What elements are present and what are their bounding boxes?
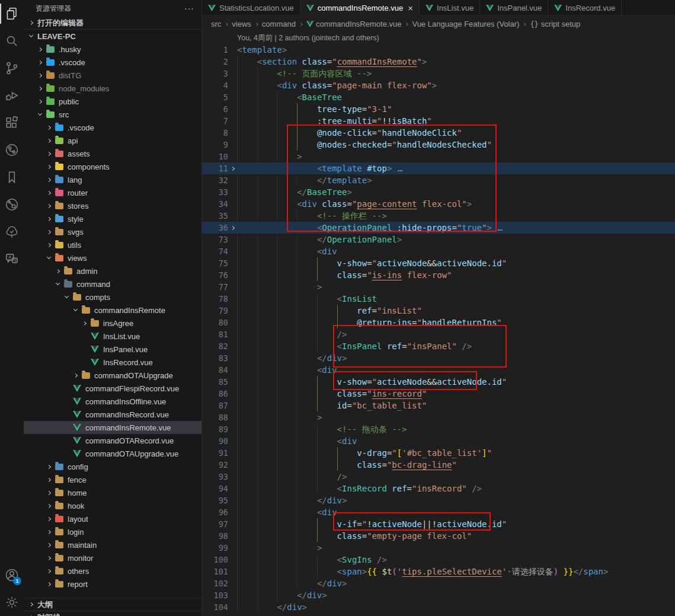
tree-item-layout[interactable]: layout: [24, 512, 201, 525]
code-line-4[interactable]: 4<div class="page-main flex-row">: [202, 79, 675, 91]
code-line-77[interactable]: 77>: [202, 281, 675, 293]
tree-item-commandInsRemote.vue[interactable]: commandInsRemote.vue: [24, 421, 201, 434]
open-editors-section[interactable]: 打开的编辑器: [24, 17, 201, 30]
tree-item-assets[interactable]: assets: [24, 147, 201, 160]
tree-item-report[interactable]: report: [24, 577, 201, 591]
tree-item-hook[interactable]: hook: [24, 499, 201, 512]
breadcrumb-item[interactable]: {}script setup: [530, 20, 580, 28]
tree-item-commandOTAUpgrade[interactable]: commandOTAUpgrade: [24, 369, 201, 382]
testing-icon[interactable]: [0, 218, 24, 245]
code-line-95[interactable]: 95</div>: [202, 494, 675, 506]
search-icon[interactable]: [0, 27, 24, 55]
workspace-root[interactable]: LEAVE-PC: [24, 30, 201, 43]
run-debug-icon[interactable]: [0, 82, 24, 109]
breadcrumb-item[interactable]: views: [232, 20, 251, 28]
code-line-102[interactable]: 102</div>: [202, 577, 675, 589]
tree-item-svgs[interactable]: svgs: [24, 225, 201, 238]
code-line-10[interactable]: 10>: [202, 151, 675, 162]
code-line-1[interactable]: 1<template>: [202, 44, 675, 56]
code-line-2[interactable]: 2<section class="commandInsRemote">: [202, 56, 675, 68]
tree-item-router[interactable]: router: [24, 186, 201, 199]
bookmarks-icon[interactable]: [0, 164, 24, 191]
tree-item-admin[interactable]: admin: [24, 264, 201, 277]
tree-item-node_modules[interactable]: node_modules: [24, 82, 201, 95]
code-line-103[interactable]: 103</div>: [202, 589, 675, 601]
tree-item-maintain[interactable]: maintain: [24, 538, 201, 551]
code-line-74[interactable]: 74<div: [202, 245, 675, 257]
code-line-35[interactable]: 35<!-- 操作栏 -->: [202, 210, 675, 222]
tree-item-commandInsOffline.vue[interactable]: commandInsOffline.vue: [24, 395, 201, 408]
tree-item-compts[interactable]: compts: [24, 291, 201, 304]
code-line-97[interactable]: 97v-if="!activeNode||!activeNode.id": [202, 518, 675, 530]
code-line-6[interactable]: 6tree-type="3-1": [202, 103, 675, 115]
code-line-36[interactable]: 36<OperationPanel :hide-props="true"> …: [202, 222, 675, 234]
tree-item-commandInsRemote[interactable]: commandInsRemote: [24, 304, 201, 317]
tree-item-src[interactable]: src: [24, 108, 201, 121]
tab-commandInsRemote.vue[interactable]: commandInsRemote.vue×: [300, 0, 420, 16]
breadcrumb-item[interactable]: commandInsRemote.vue: [306, 20, 402, 28]
code-line-94[interactable]: 94<InsRecord ref="insRecord" />: [202, 483, 675, 494]
code-line-88[interactable]: 88>: [202, 411, 675, 423]
code-line-79[interactable]: 79ref="insList": [202, 305, 675, 317]
extensions-icon[interactable]: [0, 109, 24, 136]
code-line-8[interactable]: 8@node-click="handleNodeClick": [202, 127, 675, 139]
tree-item-commandOTAUpgrade.vue[interactable]: commandOTAUpgrade.vue: [24, 447, 201, 460]
code-line-34[interactable]: 34<div class="page-content flex-col">: [202, 198, 675, 210]
tree-item-home[interactable]: home: [24, 486, 201, 499]
breadcrumb-item[interactable]: command: [262, 20, 296, 28]
code-line-85[interactable]: 85v-show="activeNode&&activeNode.id": [202, 376, 675, 388]
breadcrumb-item[interactable]: Vue Language Features (Volar): [412, 20, 519, 28]
code-line-83[interactable]: 83</div>: [202, 352, 675, 364]
settings-gear-icon[interactable]: [0, 589, 24, 616]
tab-InsRecord.vue[interactable]: InsRecord.vue: [548, 0, 622, 16]
code-line-101[interactable]: 101<span>{{ $t('tips.pleSelectDevice'·请选…: [202, 566, 675, 577]
code-line-78[interactable]: 78<InsList: [202, 293, 675, 305]
tab-StatisticsLocation.vue[interactable]: StatisticsLocation.vue: [202, 0, 300, 16]
code-line-104[interactable]: 104</div>: [202, 601, 675, 613]
fold-chevron-icon[interactable]: [228, 222, 237, 234]
tree-item-views[interactable]: views: [24, 251, 201, 264]
breadcrumb-item[interactable]: src: [211, 20, 221, 28]
code-line-3[interactable]: 3<!-- 页面内容区域 -->: [202, 68, 675, 79]
tree-item-lang[interactable]: lang: [24, 173, 201, 186]
code-line-75[interactable]: 75v-show="activeNode&&activeNode.id": [202, 257, 675, 269]
code-line-98[interactable]: 98class="empty-page flex-col": [202, 530, 675, 542]
tree-item-commandFlespiRecord.vue[interactable]: commandFlespiRecord.vue: [24, 382, 201, 395]
fold-chevron-icon[interactable]: [228, 162, 237, 174]
tree-item-InsList.vue[interactable]: InsList.vue: [24, 330, 201, 343]
tree-item-InsRecord.vue[interactable]: InsRecord.vue: [24, 356, 201, 369]
tab-InsPanel.vue[interactable]: InsPanel.vue: [480, 0, 548, 16]
code-line-84[interactable]: 84<div: [202, 364, 675, 376]
code-editor[interactable]: You, 4周前 | 2 authors (jointech and other…: [202, 32, 675, 616]
git-graph-icon[interactable]: [0, 136, 24, 164]
tab-InsList.vue[interactable]: InsList.vue: [420, 0, 480, 16]
tree-item-login[interactable]: login: [24, 525, 201, 538]
tree-item-style[interactable]: style: [24, 212, 201, 225]
source-control-icon[interactable]: [0, 55, 24, 82]
close-icon[interactable]: ×: [408, 4, 413, 12]
explorer-icon[interactable]: [0, 0, 24, 27]
code-line-76[interactable]: 76class="is-ins flex-row": [202, 269, 675, 281]
code-line-89[interactable]: 89<!-- 拖动条 -->: [202, 423, 675, 435]
tree-item-commandOTARecord.vue[interactable]: commandOTARecord.vue: [24, 434, 201, 447]
tree-item-components[interactable]: components: [24, 160, 201, 173]
tree-item-stores[interactable]: stores: [24, 199, 201, 212]
code-line-81[interactable]: 81/>: [202, 328, 675, 340]
code-line-87[interactable]: 87id="bc_table_list": [202, 400, 675, 411]
code-line-80[interactable]: 80@return-ins="handleReturnIns": [202, 317, 675, 328]
tree-item-monitor[interactable]: monitor: [24, 551, 201, 564]
code-line-32[interactable]: 32</template>: [202, 174, 675, 186]
code-line-90[interactable]: 90<div: [202, 435, 675, 447]
code-line-100[interactable]: 100<SvgIns />: [202, 554, 675, 566]
code-line-99[interactable]: 99>: [202, 542, 675, 554]
tree-item-fence[interactable]: fence: [24, 473, 201, 486]
code-line-91[interactable]: 91v-drag="['#bc_table_list']": [202, 447, 675, 459]
tree-item-others[interactable]: others: [24, 564, 201, 577]
tree-item-InsPanel.vue[interactable]: InsPanel.vue: [24, 343, 201, 356]
tree-item-.vscode[interactable]: .vscode: [24, 121, 201, 134]
code-line-96[interactable]: 96<div: [202, 506, 675, 518]
panel-header[interactable]: 时间线: [24, 611, 201, 616]
panel-header[interactable]: 大纲: [24, 598, 201, 611]
code-line-73[interactable]: 73</OperationPanel>: [202, 234, 675, 245]
tree-item-config[interactable]: config: [24, 460, 201, 473]
